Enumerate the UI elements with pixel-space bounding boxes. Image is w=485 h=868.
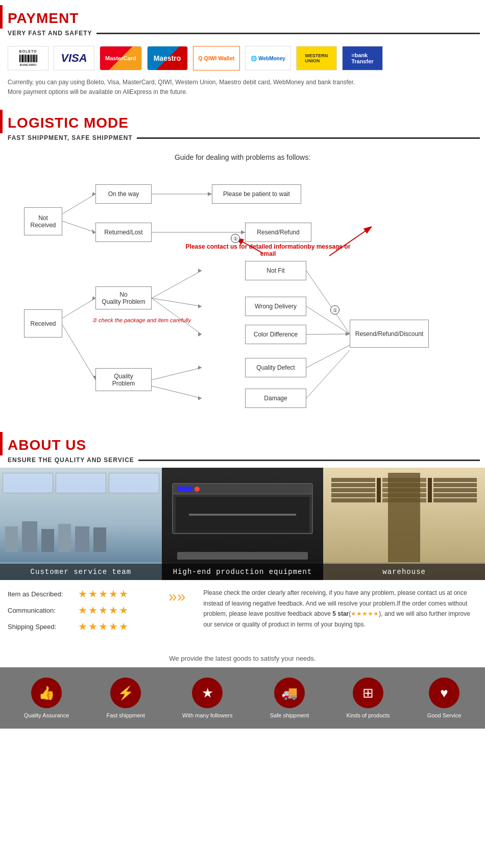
fc-quality-problem: Quality Problem <box>95 368 152 391</box>
about-subtitle: ENSURE THE QUALITY AND SERVICE <box>8 456 134 464</box>
svg-line-16 <box>152 298 202 334</box>
flowchart: Not Received On the way Please be patien… <box>13 166 472 422</box>
svg-line-14 <box>152 298 202 306</box>
icon-safe-shippment: 🚚 Safe shippment <box>270 678 309 718</box>
payment-logos: BOLETO BANCARIO VISA MasterCard Maestro … <box>0 41 485 76</box>
svg-line-24 <box>306 334 350 334</box>
rating-row-described: Item as Described: ★★★★★ <box>8 588 151 600</box>
fc-received: Received <box>24 309 62 337</box>
quality-icon-label: Quality Assurance <box>24 712 69 718</box>
fc-color-diff: Color Difference <box>245 325 306 344</box>
svg-line-0 <box>62 194 95 214</box>
logistic-header: LOGISTIC MODE <box>0 110 485 133</box>
visa-logo: VISA <box>54 46 94 70</box>
icon-quality-assurance: 👍 Quality Assurance <box>24 678 69 718</box>
svg-line-8 <box>62 298 95 318</box>
svg-marker-17 <box>198 332 202 336</box>
svg-line-20 <box>152 386 202 398</box>
rating-row-communication: Communication: ★★★★★ <box>8 604 151 616</box>
kinds-icon-circle: ⊞ <box>353 678 383 708</box>
svg-marker-25 <box>346 332 350 336</box>
circle1-bottom: ① <box>330 305 340 315</box>
warehouse-image: warehouse <box>323 468 485 580</box>
quality-icon-circle: 👍 <box>31 678 62 708</box>
office-caption: Customer service team <box>0 564 162 580</box>
fc-quality-defect: Quality Defect <box>245 358 306 377</box>
payment-subtitle: VERY FAST AND SAFETY <box>8 30 92 37</box>
circle1-top: ① <box>231 234 240 243</box>
about-header: ABOUT US <box>0 432 485 455</box>
service-icon-label: Good Service <box>427 712 462 718</box>
svg-line-18 <box>152 368 202 380</box>
icon-kinds-products: ⊞ Kinds of products <box>346 678 390 718</box>
check-label: ② check the package and item carefully <box>92 317 245 324</box>
about-divider <box>138 460 480 461</box>
contact-label: Please contact us for detailed informati… <box>181 243 355 257</box>
machine-caption: High-end production equipment <box>162 564 324 580</box>
svg-line-12 <box>152 271 202 298</box>
fc-on-the-way: On the way <box>95 184 152 204</box>
webmoney-logo: 🌐 WebMoney <box>245 46 290 70</box>
rating-row-shipping: Shipping Speed: ★★★★★ <box>8 620 151 633</box>
promise-section: We provide the latest goods to satisfy y… <box>0 644 485 667</box>
logistic-subheader: FAST SHIPPMENT, SAFE SHIPPMENT <box>0 134 485 146</box>
safe-icon-circle: 🚚 <box>274 678 305 708</box>
fc-returned-lost: Returned/Lost <box>95 223 152 242</box>
about-subheader: ENSURE THE QUALITY AND SERVICE <box>0 456 485 468</box>
svg-line-23 <box>306 306 350 334</box>
fc-wrong-delivery: Wrong Delivery <box>245 297 306 316</box>
about-section: ABOUT US ENSURE THE QUALITY AND SERVICE <box>0 432 485 729</box>
fc-no-quality: No Quality Problem <box>95 286 152 309</box>
payment-divider <box>96 33 480 34</box>
about-title: ABOUT US <box>8 437 86 453</box>
qiwi-logo: Q QIWI Wallet <box>193 46 240 70</box>
rating-label-communication: Communication: <box>8 607 74 614</box>
payment-title: PAYMENT <box>8 10 79 27</box>
fc-damage: Damage <box>245 389 306 408</box>
maestro-logo: Maestro <box>147 46 188 70</box>
payment-header: PAYMENT <box>0 5 485 29</box>
svg-line-26 <box>306 345 350 368</box>
flowchart-arrows <box>13 166 472 422</box>
warehouse-caption: warehouse <box>323 564 485 580</box>
svg-marker-9 <box>92 296 95 300</box>
fc-not-fit: Not Fit <box>245 261 306 280</box>
svg-marker-7 <box>241 230 245 234</box>
fast-icon-circle: ⚡ <box>110 678 141 708</box>
fc-not-received: Not Received <box>24 207 62 235</box>
followers-icon-circle: ★ <box>192 678 223 708</box>
fast-icon-label: Fast shippment <box>107 712 145 718</box>
ratings-left: Item as Described: ★★★★★ Communication: … <box>8 588 151 637</box>
boleto-logo: BOLETO BANCARIO <box>8 46 48 70</box>
logistic-title: LOGISTIC MODE <box>8 115 129 131</box>
office-image: Customer service team <box>0 468 162 580</box>
logistic-divider <box>137 137 480 139</box>
icon-fast-shippment: ⚡ Fast shippment <box>107 678 145 718</box>
mastercard-logo: MasterCard <box>100 46 142 70</box>
svg-marker-3 <box>92 229 95 234</box>
svg-marker-15 <box>198 304 202 308</box>
svg-marker-5 <box>208 192 212 196</box>
svg-line-22 <box>306 271 350 334</box>
about-images: Customer service team High-end productio… <box>0 468 485 580</box>
icon-good-service: ♥ Good Service <box>427 678 462 718</box>
icon-followers: ★ With many followers <box>182 678 232 718</box>
logistic-section: LOGISTIC MODE FAST SHIPPMENT, SAFE SHIPP… <box>0 110 485 422</box>
svg-marker-19 <box>198 366 202 370</box>
western-union-logo: WESTERNUNION <box>296 46 337 70</box>
svg-marker-21 <box>198 396 202 400</box>
payment-description: Currently, you can pay using Boleto, Vis… <box>0 76 485 105</box>
kinds-icon-label: Kinds of products <box>346 712 390 718</box>
followers-icon-label: With many followers <box>182 712 232 718</box>
logistic-subtitle: FAST SHIPPMENT, SAFE SHIPPMENT <box>8 134 133 141</box>
fc-resend-discount: Resend/Refund/Discount <box>350 320 429 348</box>
rating-stars-communication: ★★★★★ <box>78 604 129 616</box>
fc-resend-refund-top: Resend/Refund <box>245 223 311 242</box>
ratings-section: Item as Described: ★★★★★ Communication: … <box>0 580 485 644</box>
safe-icon-label: Safe shippment <box>270 712 309 718</box>
svg-line-27 <box>306 350 350 398</box>
bottom-icons: 👍 Quality Assurance ⚡ Fast shippment ★ W… <box>0 667 485 729</box>
bank-transfer-logo: ≡bankTransfer <box>342 46 383 70</box>
service-icon-circle: ♥ <box>429 678 459 708</box>
svg-marker-13 <box>198 269 202 273</box>
